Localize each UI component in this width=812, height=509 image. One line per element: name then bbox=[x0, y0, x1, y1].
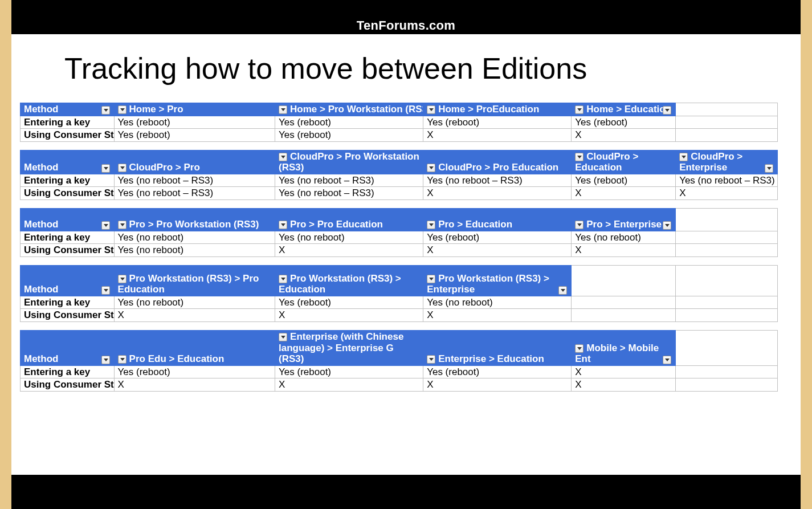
filter-icon[interactable] bbox=[663, 106, 671, 115]
filter-icon[interactable] bbox=[101, 106, 110, 115]
col-home-pro: Home > Pro bbox=[114, 103, 275, 116]
filter-icon[interactable] bbox=[279, 153, 287, 161]
filter-icon[interactable] bbox=[118, 275, 127, 283]
cell: Yes (reboot) bbox=[275, 296, 423, 309]
blank-cell bbox=[676, 296, 778, 309]
row-consumer-store: Using Consumer Store bbox=[21, 309, 115, 322]
blank-cell bbox=[676, 365, 778, 378]
row-consumer-store: Using Consumer Store bbox=[21, 187, 115, 200]
blank-cell bbox=[676, 244, 778, 257]
blank-cell bbox=[676, 129, 778, 142]
blank-cell bbox=[676, 378, 778, 392]
filter-icon[interactable] bbox=[663, 356, 671, 364]
filter-icon[interactable] bbox=[679, 153, 688, 161]
filter-icon[interactable] bbox=[118, 355, 127, 364]
cell: X bbox=[114, 378, 275, 392]
cell: Yes (reboot) bbox=[423, 116, 572, 129]
col-prows-edu: Pro Workstation (RS3) > Education bbox=[275, 265, 423, 296]
filter-icon[interactable] bbox=[118, 164, 127, 172]
cell: X bbox=[423, 187, 572, 200]
col-method: Method bbox=[21, 331, 115, 366]
cell: Yes (reboot) bbox=[275, 129, 423, 142]
col-method: Method bbox=[21, 208, 115, 231]
row-entering-key: Entering a key bbox=[21, 365, 115, 378]
col-prows-ent: Pro Workstation (RS3) > Enterprise bbox=[423, 265, 572, 296]
filter-icon[interactable] bbox=[427, 221, 435, 229]
cell: Yes (no reboot – RS3) bbox=[275, 187, 423, 200]
filter-icon[interactable] bbox=[427, 105, 435, 114]
row-entering-key: Entering a key bbox=[21, 116, 115, 129]
filter-icon[interactable] bbox=[575, 221, 584, 229]
table-home: Method Home > Pro Home > Pro Workstation… bbox=[20, 103, 778, 142]
filter-icon[interactable] bbox=[118, 221, 127, 229]
page-title: Tracking how to move between Editions bbox=[64, 51, 801, 85]
cell: Yes (reboot) bbox=[423, 231, 572, 244]
filter-icon[interactable] bbox=[575, 344, 584, 353]
blank-cell bbox=[676, 116, 778, 129]
cell: Yes (no reboot) bbox=[114, 296, 275, 309]
row-entering-key: Entering a key bbox=[21, 174, 115, 187]
cell: X bbox=[676, 187, 778, 200]
filter-icon[interactable] bbox=[427, 275, 435, 283]
filter-icon[interactable] bbox=[101, 164, 110, 173]
cell: Yes (no reboot – RS3) bbox=[275, 174, 423, 187]
blank-cell bbox=[676, 208, 778, 231]
bottom-black-bar bbox=[11, 475, 801, 509]
filter-icon[interactable] bbox=[101, 356, 110, 364]
cell: Yes (no reboot) bbox=[114, 231, 275, 244]
filter-icon[interactable] bbox=[279, 221, 287, 229]
blank-cell bbox=[572, 296, 676, 309]
blank-cell bbox=[676, 103, 778, 116]
cell: X bbox=[275, 244, 423, 257]
blank-cell bbox=[676, 265, 778, 296]
cell: X bbox=[275, 378, 423, 392]
blank-cell bbox=[676, 331, 778, 366]
cell: X bbox=[572, 187, 676, 200]
cell: X bbox=[114, 309, 275, 322]
filter-icon[interactable] bbox=[427, 355, 435, 364]
col-home-proedu: Home > ProEducation bbox=[423, 103, 572, 116]
col-method: Method bbox=[21, 103, 115, 116]
filter-icon[interactable] bbox=[427, 164, 435, 172]
cell: Yes (reboot) bbox=[275, 116, 423, 129]
cell: X bbox=[572, 378, 676, 392]
row-consumer-store: Using Consumer Store bbox=[21, 129, 115, 142]
cell: Yes (reboot) bbox=[114, 129, 275, 142]
blank-cell bbox=[572, 265, 676, 296]
cell: X bbox=[572, 244, 676, 257]
col-home-edu: Home > Education bbox=[572, 103, 676, 116]
cell: Yes (no reboot) bbox=[114, 244, 275, 257]
cell: X bbox=[423, 309, 572, 322]
filter-icon[interactable] bbox=[118, 105, 127, 114]
blank-cell bbox=[572, 309, 676, 322]
col-method: Method bbox=[21, 150, 115, 174]
cell: X bbox=[572, 365, 676, 378]
filter-icon[interactable] bbox=[101, 286, 110, 295]
filter-icon[interactable] bbox=[279, 275, 287, 283]
col-method: Method bbox=[21, 265, 115, 296]
cell: Yes (reboot) bbox=[114, 365, 275, 378]
cell: X bbox=[423, 129, 572, 142]
row-entering-key: Entering a key bbox=[21, 231, 115, 244]
filter-icon[interactable] bbox=[575, 153, 584, 161]
blank-cell bbox=[676, 231, 778, 244]
col-home-prows: Home > Pro Workstation (RS3) bbox=[275, 103, 423, 116]
row-consumer-store: Using Consumer Store bbox=[21, 244, 115, 257]
cell: Yes (no reboot – RS3) bbox=[114, 174, 275, 187]
cell: Yes (reboot) bbox=[572, 116, 676, 129]
table-misc: Method Pro Edu > Education Enterprise (w… bbox=[20, 330, 778, 392]
col-mobile-ent: Mobile > Mobile Ent bbox=[572, 331, 676, 366]
filter-icon[interactable] bbox=[575, 105, 584, 114]
filter-icon[interactable] bbox=[101, 221, 110, 230]
watermark: TenForums.com bbox=[357, 18, 455, 33]
filter-icon[interactable] bbox=[279, 333, 287, 341]
cell: Yes (no reboot) bbox=[423, 296, 572, 309]
col-cloud-edu: CloudPro > Education bbox=[572, 150, 676, 174]
filter-icon[interactable] bbox=[279, 105, 287, 114]
cell: Yes (reboot) bbox=[114, 116, 275, 129]
filter-icon[interactable] bbox=[765, 164, 773, 173]
filter-icon[interactable] bbox=[558, 286, 567, 295]
filter-icon[interactable] bbox=[663, 221, 671, 230]
row-entering-key: Entering a key bbox=[21, 296, 115, 309]
col-cloud-prows: CloudPro > Pro Workstation (RS3) bbox=[275, 150, 423, 174]
